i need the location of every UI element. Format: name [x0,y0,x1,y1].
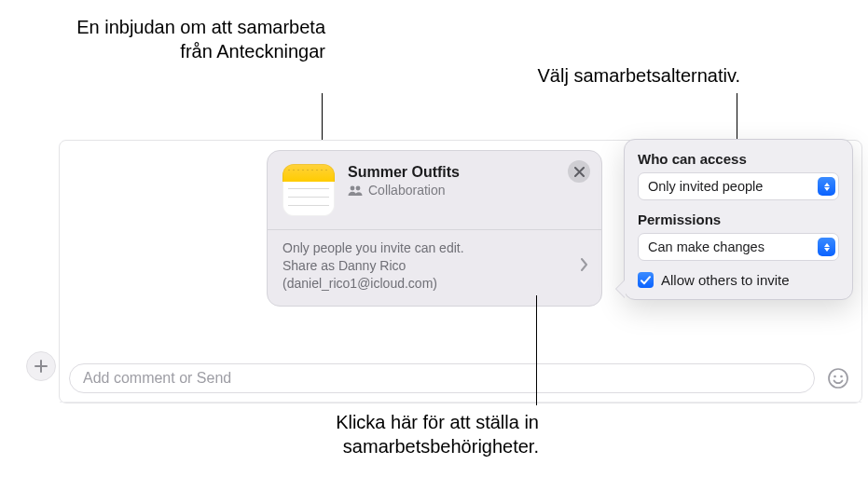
share-as-email: (daniel_rico1@icloud.com) [282,275,586,293]
close-icon [574,167,585,177]
callout-leader [737,93,737,140]
permissions-value: Can make changes [648,239,765,254]
checkmark-icon [641,276,651,285]
smiley-icon [827,367,849,389]
notes-app-icon [282,164,335,216]
svg-point-3 [834,376,836,378]
collaboration-options-popover: Who can access Only invited people Permi… [624,139,853,300]
allow-others-to-invite-label: Allow others to invite [661,272,790,288]
collaboration-subtitle: Collaboration [368,183,446,198]
plus-icon [34,359,48,374]
svg-point-2 [829,369,847,388]
collaboration-icon [348,185,363,196]
emoji-picker-button[interactable] [824,364,852,392]
stepper-icon [818,238,835,256]
popover-arrow [616,280,626,298]
svg-point-1 [356,185,361,190]
close-card-button[interactable] [568,160,590,183]
permissions-label: Permissions [638,212,839,227]
collaboration-card: Summer Outfits Collaboration [267,150,602,307]
message-input-placeholder: Add comment or Send [83,370,231,387]
who-can-access-value: Only invited people [648,179,763,194]
allow-others-to-invite-checkbox[interactable] [638,272,654,288]
messages-window: Summer Outfits Collaboration [59,140,862,403]
collaboration-details-row[interactable]: Only people you invite can edit. Share a… [282,239,586,293]
stepper-icon [818,177,835,196]
message-input[interactable]: Add comment or Send [69,363,815,393]
chevron-right-icon [581,258,588,275]
add-attachment-button[interactable] [26,351,56,381]
who-can-access-select[interactable]: Only invited people [638,172,839,200]
window-bottom-border [60,402,861,403]
callout-leader [536,295,537,405]
permission-summary: Only people you invite can edit. [282,239,586,257]
callout-invitation: En inbjudan om att samarbeta från Anteck… [50,15,325,63]
share-as-line: Share as Danny Rico [282,257,586,275]
card-divider [268,229,601,230]
callout-options: Välj samarbetsalternativ. [423,63,740,88]
who-can-access-label: Who can access [638,151,839,167]
svg-point-0 [351,185,355,190]
note-title: Summer Outfits [348,164,460,181]
callout-permissions: Klicka här för att ställa in samarbetsbe… [233,410,539,458]
svg-point-4 [840,376,843,378]
permissions-select[interactable]: Can make changes [638,233,839,261]
